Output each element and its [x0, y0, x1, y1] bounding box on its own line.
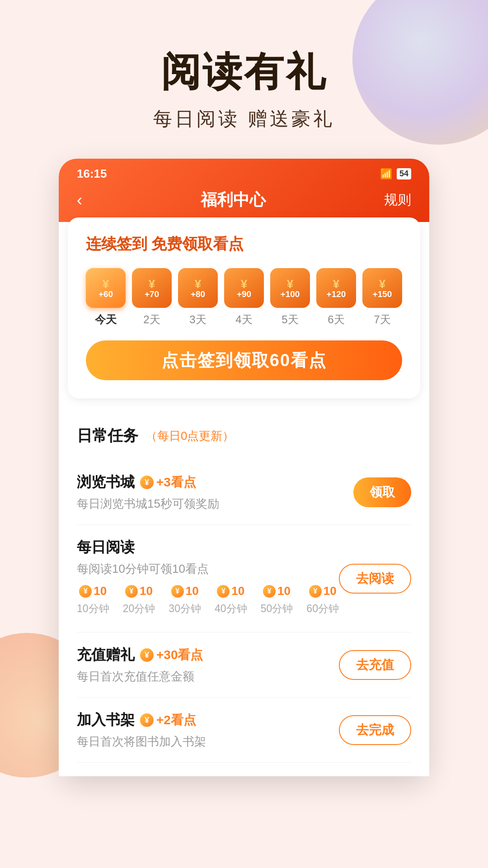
day-label: 2天	[143, 312, 160, 327]
back-button[interactable]: ‹	[77, 191, 82, 210]
progress-item-4: ¥ 10 50分钟	[261, 584, 293, 616]
task-action-button[interactable]: 去充值	[339, 650, 411, 680]
progress-time: 20分钟	[123, 602, 155, 616]
day-coin-0: ¥+60	[86, 268, 126, 308]
progress-num: 10	[140, 584, 153, 598]
coin-symbol: ¥	[103, 278, 109, 290]
progress-time: 10分钟	[77, 602, 109, 616]
progress-time: 30分钟	[169, 602, 201, 616]
day-label: 今天	[95, 312, 117, 327]
task-action-button[interactable]: 去阅读	[339, 564, 411, 594]
coin-amount: +60	[99, 290, 113, 298]
day-coin-1: ¥+70	[132, 268, 172, 308]
coin-amount: +150	[373, 290, 392, 298]
page-sub-title: 每日阅读 赠送豪礼	[0, 106, 488, 132]
progress-num: 10	[94, 584, 107, 598]
day-coin-5: ¥+120	[316, 268, 356, 308]
mini-coin: ¥	[125, 585, 138, 598]
progress-num: 10	[231, 584, 244, 598]
task-name-row: 浏览书城 ¥ +3看点	[77, 472, 353, 492]
coin-symbol: ¥	[333, 278, 339, 290]
task-name: 每日阅读	[77, 538, 135, 557]
tasks-subtitle: （每日0点更新）	[145, 428, 234, 444]
progress-item-3: ¥ 10 40分钟	[215, 584, 247, 616]
checkin-day-item[interactable]: ¥+904天	[224, 268, 264, 327]
progress-num: 10	[186, 584, 199, 598]
task-name-row: 加入书架 ¥ +2看点	[77, 710, 339, 730]
day-label: 5天	[282, 312, 298, 327]
task-desc: 每日首次将图书加入书架	[77, 735, 206, 748]
task-name: 加入书架	[77, 710, 135, 730]
coin-amount: +120	[327, 290, 346, 298]
task-info: 充值赠礼 ¥ +30看点 每日首次充值任意金额	[77, 645, 339, 684]
progress-item-0: ¥ 10 10分钟	[77, 584, 109, 616]
wifi-icon: 📶	[380, 168, 392, 180]
progress-time: 50分钟	[261, 602, 293, 616]
task-item: 每日阅读 每阅读10分钟可领10看点 ¥ 10 10分钟 ¥ 10	[77, 525, 411, 632]
coin-symbol: ¥	[195, 278, 201, 290]
task-item: 浏览书城 ¥ +3看点 每日浏览书城15秒可领奖励 领取	[77, 460, 411, 525]
tasks-header: 日常任务 （每日0点更新）	[77, 425, 411, 446]
coin-symbol: ¥	[149, 278, 155, 290]
task-points: ¥ +2看点	[140, 712, 196, 729]
checkin-day-item[interactable]: ¥+1206天	[316, 268, 356, 327]
coin-symbol: ¥	[287, 278, 293, 290]
progress-num: 10	[277, 584, 291, 598]
task-action-button[interactable]: 去完成	[339, 715, 411, 745]
progress-item-1: ¥ 10 20分钟	[123, 584, 155, 616]
coin-symbol: ¥	[241, 278, 247, 290]
mini-coin: ¥	[171, 585, 184, 598]
progress-item-2: ¥ 10 30分钟	[169, 584, 201, 616]
phone-mockup: 16:15 📶 54 ‹ 福利中心 规则 连续签到 免费领取看点 ¥+60今天¥…	[59, 159, 429, 776]
checkin-day-item[interactable]: ¥+803天	[178, 268, 218, 327]
tasks-section: 日常任务 （每日0点更新） 浏览书城 ¥ +3看点 每日浏览书城15秒可领奖励 …	[59, 412, 429, 776]
task-desc: 每阅读10分钟可领10看点	[77, 562, 209, 576]
progress-item-5: ¥ 10 60分钟	[306, 584, 339, 616]
day-label: 3天	[189, 312, 206, 327]
point-coin-icon: ¥	[140, 476, 154, 489]
task-info: 加入书架 ¥ +2看点 每日首次将图书加入书架	[77, 710, 339, 750]
page-main-title: 阅读有礼	[0, 45, 488, 99]
task-name-row: 充值赠礼 ¥ +30看点	[77, 645, 339, 665]
mini-coin: ¥	[263, 585, 276, 598]
point-coin-icon: ¥	[140, 713, 154, 727]
mini-coin: ¥	[217, 585, 230, 598]
checkin-button[interactable]: 点击签到领取60看点	[86, 340, 402, 380]
coin-amount: +100	[281, 290, 300, 298]
tasks-title: 日常任务	[77, 425, 138, 446]
task-item: 充值赠礼 ¥ +30看点 每日首次充值任意金额 去充值	[77, 632, 411, 698]
task-points: ¥ +3看点	[140, 474, 196, 491]
progress-time: 40分钟	[215, 602, 247, 616]
task-desc: 每日首次充值任意金额	[77, 670, 194, 683]
reading-progress: ¥ 10 10分钟 ¥ 10 20分钟 ¥ 10	[77, 577, 339, 619]
checkin-day-item[interactable]: ¥+60今天	[86, 268, 126, 327]
phone-top-bar: 16:15 📶 54 ‹ 福利中心 规则	[59, 159, 429, 222]
mini-coin: ¥	[79, 585, 92, 598]
task-info: 浏览书城 ¥ +3看点 每日浏览书城15秒可领奖励	[77, 472, 353, 512]
checkin-days-row: ¥+60今天¥+702天¥+803天¥+904天¥+1005天¥+1206天¥+…	[86, 268, 402, 327]
tasks-list: 浏览书城 ¥ +3看点 每日浏览书城15秒可领奖励 领取 每日阅读 每阅读10分…	[77, 460, 411, 763]
battery-indicator: 54	[397, 168, 411, 179]
status-bar: 16:15 📶 54	[77, 159, 411, 184]
coin-amount: +70	[145, 290, 159, 298]
task-name: 浏览书城	[77, 472, 135, 492]
checkin-day-item[interactable]: ¥+702天	[132, 268, 172, 327]
checkin-day-item[interactable]: ¥+1005天	[270, 268, 310, 327]
rules-button[interactable]: 规则	[384, 191, 411, 209]
day-coin-3: ¥+90	[224, 268, 264, 308]
task-item: 加入书架 ¥ +2看点 每日首次将图书加入书架 去完成	[77, 698, 411, 763]
task-points: ¥ +30看点	[140, 646, 203, 664]
day-coin-2: ¥+80	[178, 268, 218, 308]
coin-amount: +90	[237, 290, 251, 298]
task-name: 充值赠礼	[77, 645, 135, 665]
status-time: 16:15	[77, 167, 107, 181]
checkin-day-item[interactable]: ¥+1507天	[362, 268, 402, 327]
task-name-row: 每日阅读	[77, 538, 339, 557]
coin-amount: +80	[191, 290, 205, 298]
checkin-card: 连续签到 免费领取看点 ¥+60今天¥+702天¥+803天¥+904天¥+10…	[68, 217, 420, 398]
day-coin-4: ¥+100	[270, 268, 310, 308]
progress-num: 10	[324, 584, 337, 598]
task-action-button[interactable]: 领取	[353, 477, 411, 507]
day-coin-6: ¥+150	[362, 268, 402, 308]
day-label: 7天	[374, 312, 390, 327]
